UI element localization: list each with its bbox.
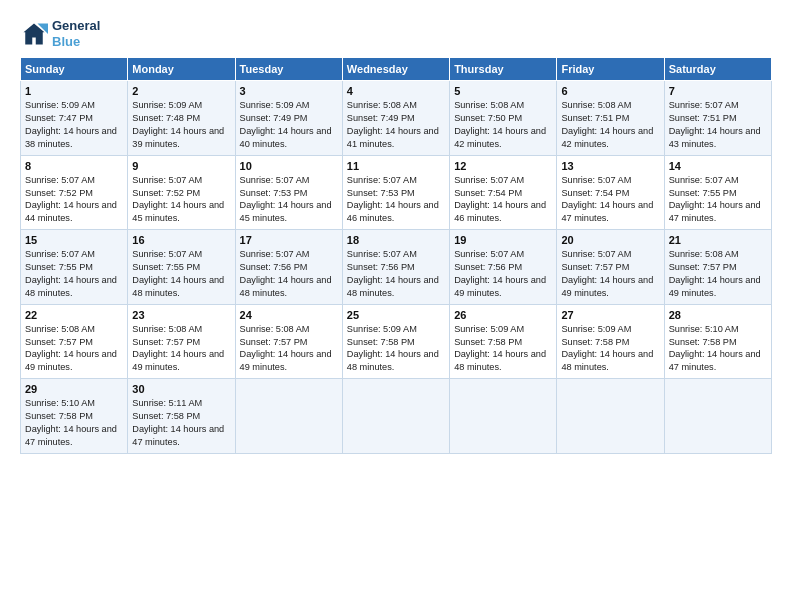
day-number: 15 (25, 234, 123, 246)
calendar-cell: 22 Sunrise: 5:08 AMSunset: 7:57 PMDaylig… (21, 304, 128, 379)
day-number: 3 (240, 85, 338, 97)
day-number: 4 (347, 85, 445, 97)
day-info: Sunrise: 5:08 AMSunset: 7:51 PMDaylight:… (561, 100, 653, 149)
calendar-cell: 2 Sunrise: 5:09 AMSunset: 7:48 PMDayligh… (128, 81, 235, 156)
day-info: Sunrise: 5:07 AMSunset: 7:53 PMDaylight:… (347, 175, 439, 224)
day-number: 26 (454, 309, 552, 321)
calendar-cell: 15 Sunrise: 5:07 AMSunset: 7:55 PMDaylig… (21, 230, 128, 305)
day-number: 19 (454, 234, 552, 246)
calendar-cell: 26 Sunrise: 5:09 AMSunset: 7:58 PMDaylig… (450, 304, 557, 379)
day-info: Sunrise: 5:07 AMSunset: 7:54 PMDaylight:… (561, 175, 653, 224)
weekday-header: Saturday (664, 58, 771, 81)
calendar-cell: 17 Sunrise: 5:07 AMSunset: 7:56 PMDaylig… (235, 230, 342, 305)
day-info: Sunrise: 5:07 AMSunset: 7:55 PMDaylight:… (25, 249, 117, 298)
day-number: 11 (347, 160, 445, 172)
day-number: 8 (25, 160, 123, 172)
day-info: Sunrise: 5:09 AMSunset: 7:58 PMDaylight:… (347, 324, 439, 373)
day-info: Sunrise: 5:07 AMSunset: 7:55 PMDaylight:… (132, 249, 224, 298)
calendar-cell: 24 Sunrise: 5:08 AMSunset: 7:57 PMDaylig… (235, 304, 342, 379)
calendar-week-row: 8 Sunrise: 5:07 AMSunset: 7:52 PMDayligh… (21, 155, 772, 230)
day-info: Sunrise: 5:08 AMSunset: 7:50 PMDaylight:… (454, 100, 546, 149)
calendar-cell: 20 Sunrise: 5:07 AMSunset: 7:57 PMDaylig… (557, 230, 664, 305)
day-number: 7 (669, 85, 767, 97)
day-number: 29 (25, 383, 123, 395)
calendar-cell (557, 379, 664, 454)
weekday-header: Friday (557, 58, 664, 81)
day-number: 17 (240, 234, 338, 246)
calendar-cell: 9 Sunrise: 5:07 AMSunset: 7:52 PMDayligh… (128, 155, 235, 230)
calendar-cell: 10 Sunrise: 5:07 AMSunset: 7:53 PMDaylig… (235, 155, 342, 230)
calendar-cell: 11 Sunrise: 5:07 AMSunset: 7:53 PMDaylig… (342, 155, 449, 230)
calendar-cell: 1 Sunrise: 5:09 AMSunset: 7:47 PMDayligh… (21, 81, 128, 156)
calendar-header-row: SundayMondayTuesdayWednesdayThursdayFrid… (21, 58, 772, 81)
day-info: Sunrise: 5:10 AMSunset: 7:58 PMDaylight:… (669, 324, 761, 373)
day-info: Sunrise: 5:07 AMSunset: 7:53 PMDaylight:… (240, 175, 332, 224)
calendar-cell: 25 Sunrise: 5:09 AMSunset: 7:58 PMDaylig… (342, 304, 449, 379)
calendar-cell (235, 379, 342, 454)
calendar-cell: 28 Sunrise: 5:10 AMSunset: 7:58 PMDaylig… (664, 304, 771, 379)
calendar-table: SundayMondayTuesdayWednesdayThursdayFrid… (20, 57, 772, 454)
day-number: 5 (454, 85, 552, 97)
day-number: 22 (25, 309, 123, 321)
day-info: Sunrise: 5:09 AMSunset: 7:48 PMDaylight:… (132, 100, 224, 149)
day-info: Sunrise: 5:10 AMSunset: 7:58 PMDaylight:… (25, 398, 117, 447)
day-info: Sunrise: 5:07 AMSunset: 7:56 PMDaylight:… (240, 249, 332, 298)
day-info: Sunrise: 5:07 AMSunset: 7:52 PMDaylight:… (25, 175, 117, 224)
day-number: 13 (561, 160, 659, 172)
day-info: Sunrise: 5:07 AMSunset: 7:56 PMDaylight:… (454, 249, 546, 298)
calendar-cell: 12 Sunrise: 5:07 AMSunset: 7:54 PMDaylig… (450, 155, 557, 230)
day-number: 20 (561, 234, 659, 246)
calendar-cell: 6 Sunrise: 5:08 AMSunset: 7:51 PMDayligh… (557, 81, 664, 156)
calendar-cell: 5 Sunrise: 5:08 AMSunset: 7:50 PMDayligh… (450, 81, 557, 156)
day-info: Sunrise: 5:07 AMSunset: 7:57 PMDaylight:… (561, 249, 653, 298)
calendar-cell (664, 379, 771, 454)
day-info: Sunrise: 5:09 AMSunset: 7:47 PMDaylight:… (25, 100, 117, 149)
logo-icon (20, 20, 48, 48)
day-number: 23 (132, 309, 230, 321)
day-info: Sunrise: 5:07 AMSunset: 7:55 PMDaylight:… (669, 175, 761, 224)
calendar-cell: 14 Sunrise: 5:07 AMSunset: 7:55 PMDaylig… (664, 155, 771, 230)
calendar-cell (450, 379, 557, 454)
calendar-week-row: 22 Sunrise: 5:08 AMSunset: 7:57 PMDaylig… (21, 304, 772, 379)
calendar-cell: 30 Sunrise: 5:11 AMSunset: 7:58 PMDaylig… (128, 379, 235, 454)
day-info: Sunrise: 5:07 AMSunset: 7:56 PMDaylight:… (347, 249, 439, 298)
day-info: Sunrise: 5:08 AMSunset: 7:57 PMDaylight:… (25, 324, 117, 373)
day-info: Sunrise: 5:08 AMSunset: 7:57 PMDaylight:… (669, 249, 761, 298)
day-number: 10 (240, 160, 338, 172)
calendar-cell: 16 Sunrise: 5:07 AMSunset: 7:55 PMDaylig… (128, 230, 235, 305)
calendar-week-row: 1 Sunrise: 5:09 AMSunset: 7:47 PMDayligh… (21, 81, 772, 156)
day-info: Sunrise: 5:09 AMSunset: 7:49 PMDaylight:… (240, 100, 332, 149)
weekday-header: Wednesday (342, 58, 449, 81)
weekday-header: Monday (128, 58, 235, 81)
day-info: Sunrise: 5:09 AMSunset: 7:58 PMDaylight:… (561, 324, 653, 373)
header: General Blue (20, 18, 772, 49)
calendar-cell: 13 Sunrise: 5:07 AMSunset: 7:54 PMDaylig… (557, 155, 664, 230)
logo-text: General Blue (52, 18, 100, 49)
day-number: 27 (561, 309, 659, 321)
day-info: Sunrise: 5:07 AMSunset: 7:51 PMDaylight:… (669, 100, 761, 149)
day-info: Sunrise: 5:08 AMSunset: 7:57 PMDaylight:… (132, 324, 224, 373)
logo: General Blue (20, 18, 100, 49)
calendar-cell: 7 Sunrise: 5:07 AMSunset: 7:51 PMDayligh… (664, 81, 771, 156)
calendar-cell: 27 Sunrise: 5:09 AMSunset: 7:58 PMDaylig… (557, 304, 664, 379)
day-info: Sunrise: 5:08 AMSunset: 7:57 PMDaylight:… (240, 324, 332, 373)
calendar-cell: 18 Sunrise: 5:07 AMSunset: 7:56 PMDaylig… (342, 230, 449, 305)
day-number: 14 (669, 160, 767, 172)
day-info: Sunrise: 5:09 AMSunset: 7:58 PMDaylight:… (454, 324, 546, 373)
day-number: 2 (132, 85, 230, 97)
day-info: Sunrise: 5:07 AMSunset: 7:52 PMDaylight:… (132, 175, 224, 224)
calendar-cell (342, 379, 449, 454)
day-number: 12 (454, 160, 552, 172)
day-info: Sunrise: 5:11 AMSunset: 7:58 PMDaylight:… (132, 398, 224, 447)
weekday-header: Tuesday (235, 58, 342, 81)
weekday-header: Sunday (21, 58, 128, 81)
day-number: 6 (561, 85, 659, 97)
day-number: 9 (132, 160, 230, 172)
day-number: 16 (132, 234, 230, 246)
day-number: 1 (25, 85, 123, 97)
day-info: Sunrise: 5:07 AMSunset: 7:54 PMDaylight:… (454, 175, 546, 224)
calendar-week-row: 15 Sunrise: 5:07 AMSunset: 7:55 PMDaylig… (21, 230, 772, 305)
calendar-cell: 23 Sunrise: 5:08 AMSunset: 7:57 PMDaylig… (128, 304, 235, 379)
day-number: 24 (240, 309, 338, 321)
day-number: 21 (669, 234, 767, 246)
